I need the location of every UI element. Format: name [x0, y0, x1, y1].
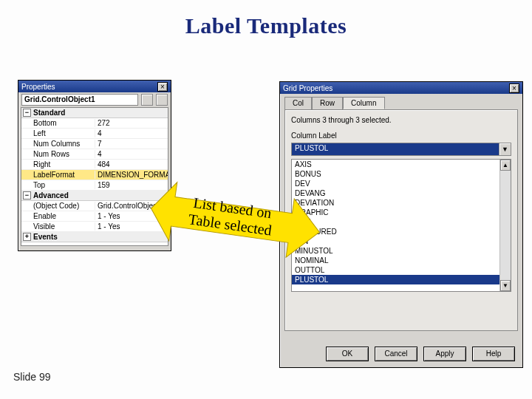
category-header[interactable]: −Advanced	[21, 191, 168, 201]
property-name: Right	[21, 160, 95, 168]
category-name: Advanced	[33, 191, 69, 200]
slide-number: Slide 99	[13, 371, 51, 383]
list-item[interactable]: GRAPHIC	[292, 208, 499, 217]
property-value[interactable]: 484	[95, 160, 168, 168]
property-value[interactable]: 4	[95, 129, 168, 137]
cancel-button[interactable]: Cancel	[375, 347, 417, 361]
property-value[interactable]: 4	[95, 150, 168, 158]
category-header[interactable]: −Standard	[21, 108, 168, 118]
column-label-combo[interactable]: PLUSTOL ▼	[291, 143, 511, 156]
property-row[interactable]: LabelFormatDIMENSION_FORMAT	[21, 170, 168, 180]
property-name: Top	[21, 181, 95, 189]
property-name: Enable	[21, 212, 95, 220]
category-name: Events	[33, 233, 58, 241]
property-name: (Object Code)	[21, 202, 95, 210]
property-name: LabelFormat	[21, 171, 95, 179]
dialog-button-row: OK Cancel Apply Help	[280, 347, 522, 361]
chevron-down-icon[interactable]: ▼	[499, 143, 511, 156]
selection-status: Columns 3 through 3 selected.	[291, 116, 511, 124]
list-item[interactable]: BONUS	[292, 169, 499, 179]
property-row[interactable]: Right484	[21, 160, 168, 170]
property-name: Visible	[21, 222, 95, 231]
list-item[interactable]: MEASURED	[292, 227, 499, 236]
list-item[interactable]: DEV	[292, 179, 499, 188]
property-value[interactable]: 7	[95, 140, 168, 148]
property-name: Left	[21, 129, 95, 137]
property-name: Num Columns	[21, 140, 95, 148]
property-row[interactable]: Left4	[21, 129, 168, 139]
list-item[interactable]: MAX	[292, 217, 499, 227]
tab-col[interactable]: Col	[284, 97, 312, 109]
ok-button[interactable]: OK	[326, 347, 369, 361]
property-row[interactable]: Visible1 - Yes	[21, 222, 168, 232]
scroll-up-icon[interactable]: ▲	[500, 160, 511, 171]
minus-icon[interactable]: −	[23, 191, 31, 200]
properties-grid: −StandardBottom272Left4Num Columns7Num R…	[21, 107, 168, 246]
properties-toolbar: Grid.ControlObject1	[18, 92, 171, 107]
property-row[interactable]: Top159	[21, 180, 168, 191]
list-item[interactable]: AXIS	[292, 160, 499, 169]
minus-icon[interactable]: −	[23, 109, 31, 117]
column-label-listbox[interactable]: AXISBONUSDEVDEVANGDEVIATIONGRAPHICMAXMEA…	[291, 159, 511, 292]
property-value[interactable]: 272	[95, 119, 168, 127]
help-button[interactable]: Help	[472, 347, 515, 361]
toolbar-button-2[interactable]	[156, 94, 168, 106]
plus-icon[interactable]: +	[23, 233, 31, 241]
tab-row[interactable]: Row	[312, 97, 343, 109]
grid-properties-titlebar: Grid Properties ×	[280, 82, 522, 94]
grid-properties-title-text: Grid Properties	[283, 84, 332, 92]
toolbar-button-1[interactable]	[141, 94, 153, 106]
tab-column[interactable]: Column	[343, 97, 384, 109]
properties-title-text: Properties	[21, 83, 55, 91]
object-selector[interactable]: Grid.ControlObject1	[21, 94, 138, 106]
close-icon[interactable]: ×	[157, 82, 168, 92]
list-item[interactable]: PLUSTOL	[292, 275, 499, 284]
page-title: Label Templates	[0, 13, 532, 38]
category-name: Standard	[33, 109, 65, 117]
property-row[interactable]: Num Columns7	[21, 139, 168, 149]
close-icon[interactable]: ×	[509, 83, 519, 93]
property-row[interactable]: Bottom272	[21, 118, 168, 129]
list-item[interactable]: MIN	[292, 236, 499, 246]
list-item[interactable]: MINUSTOL	[292, 246, 499, 256]
property-row[interactable]: (Object Code)Grid.ControlObject1	[21, 201, 168, 211]
property-row[interactable]: Num Rows4	[21, 149, 168, 160]
listbox-items: AXISBONUSDEVDEVANGDEVIATIONGRAPHICMAXMEA…	[292, 160, 499, 291]
property-name: Num Rows	[21, 150, 95, 158]
list-item[interactable]: OUTTOL	[292, 265, 499, 275]
property-row[interactable]: Enable1 - Yes	[21, 211, 168, 222]
property-name: Bottom	[21, 119, 95, 127]
tab-bar: ColRowColumn	[284, 97, 518, 109]
list-item[interactable]: NOMINAL	[292, 256, 499, 265]
properties-titlebar: Properties ×	[18, 81, 171, 92]
apply-button[interactable]: Apply	[423, 347, 466, 361]
section-label: Column Label	[291, 132, 511, 140]
scroll-down-icon[interactable]: ▼	[500, 280, 511, 291]
scrollbar[interactable]: ▲ ▼	[499, 160, 511, 291]
combo-value: PLUSTOL	[291, 143, 499, 156]
